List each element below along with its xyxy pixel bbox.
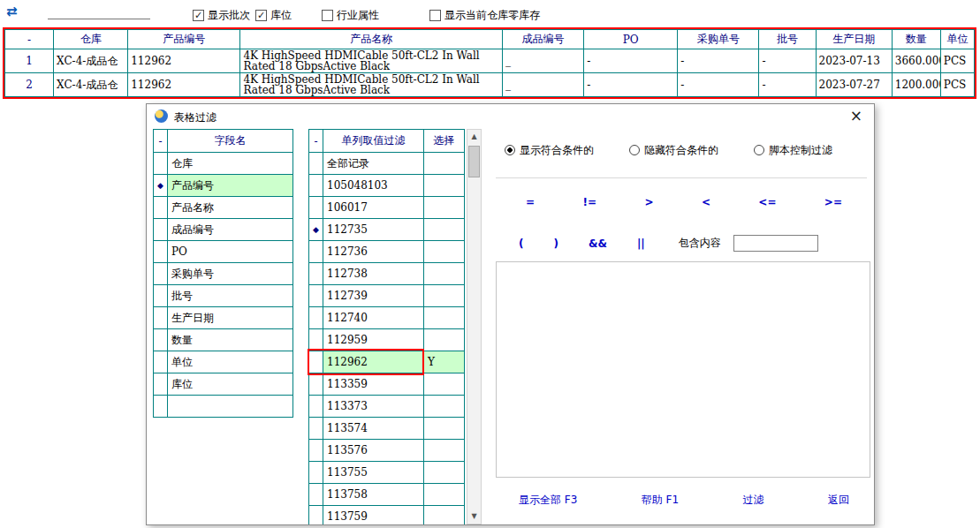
main-table-col-header[interactable]: 数量 [892,30,940,49]
value-select-cell[interactable] [424,484,465,506]
radio-icon[interactable] [754,145,764,155]
filter-expression-area[interactable] [496,261,870,478]
filter-radio-2[interactable]: 脚本控制过滤 [754,143,832,158]
value-select-cell[interactable] [424,440,465,462]
dialog-button-0[interactable]: 显示全部 F3 [519,493,577,508]
value-select-cell[interactable] [424,263,465,285]
value-cell[interactable]: 113759 [323,506,424,526]
value-cell[interactable]: 105048103 [323,175,424,197]
scroll-down-icon[interactable]: ▼ [467,509,481,524]
value-row[interactable]: 113758 [309,484,465,506]
value-cell[interactable]: 113758 [323,484,424,506]
value-select-cell[interactable] [424,285,465,307]
field-row[interactable]: 成品编号 [154,219,293,241]
value-cell[interactable]: 112738 [323,263,424,285]
toolbar-checkbox-2[interactable]: 行业属性 [322,8,379,23]
value-select-cell[interactable] [424,418,465,440]
dialog-button-1[interactable]: 帮助 F1 [642,493,679,508]
field-name-cell[interactable]: 产品名称 [168,197,293,219]
value-select-cell[interactable] [424,307,465,329]
field-row[interactable]: 仓库 [154,153,293,175]
toolbar-checkbox-3[interactable]: 显示当前仓库零库存 [429,8,540,23]
value-cell[interactable]: 112735 [323,219,424,241]
scroll-up-icon[interactable]: ▲ [467,130,481,144]
field-name-cell[interactable]: 批号 [168,285,293,307]
value-select-cell[interactable] [424,462,465,484]
main-table-row[interactable]: 2XC-4-成品仓1129624K HighSpeed HDMICable 50… [5,73,975,97]
value-row[interactable]: 全部记录 [309,153,465,175]
main-table-row[interactable]: 1XC-4-成品仓1129624K HighSpeed HDMICable 50… [5,49,975,73]
main-table-col-header[interactable]: 仓库 [54,30,128,49]
values-scrollbar[interactable]: ▲ ▼ [467,129,482,524]
value-row[interactable]: 113373 [309,396,465,418]
value-row[interactable]: 112959 [309,329,465,351]
value-select-cell[interactable] [424,219,465,241]
main-table-col-header[interactable]: 成品编号 [502,30,583,49]
field-row[interactable]: ◆产品编号 [154,175,293,197]
operator-button[interactable]: != [582,196,596,208]
operator-button[interactable]: <= [758,196,776,208]
value-cell[interactable]: 113574 [323,418,424,440]
filter-radio-1[interactable]: 隐藏符合条件的 [629,143,718,158]
main-table-col-header[interactable]: 产品名称 [240,30,503,49]
operator-button[interactable]: < [702,196,710,208]
value-cell[interactable]: 112739 [323,285,424,307]
checkbox-icon[interactable] [429,10,441,21]
value-row[interactable]: 113576 [309,440,465,462]
main-table-col-header[interactable]: - [5,30,54,49]
value-row[interactable]: 106017 [309,197,465,219]
value-row[interactable]: 112736 [309,241,465,263]
fields-name-header[interactable]: 字段名 [168,130,293,153]
value-cell[interactable]: 113359 [323,373,424,396]
value-cell[interactable]: 112740 [323,307,424,329]
radio-icon[interactable] [505,145,515,155]
value-row[interactable]: 112738 [309,263,465,285]
field-name-cell[interactable]: 仓库 [168,153,293,175]
field-name-cell[interactable]: PO [168,241,293,263]
checkbox-icon[interactable] [322,10,333,21]
value-row[interactable]: 113755 [309,462,465,484]
toolbar-search-input[interactable] [48,4,150,19]
operator-button[interactable]: = [526,196,535,208]
contains-input[interactable] [733,235,818,252]
values-select-header[interactable]: 选择 [424,130,465,153]
value-row[interactable]: 113759 [309,506,465,526]
value-select-cell[interactable] [424,241,465,263]
value-select-cell[interactable] [424,506,465,526]
value-row[interactable]: 113574 [309,418,465,440]
field-row[interactable]: 产品名称 [154,197,293,219]
value-row[interactable]: 105048103 [309,175,465,197]
value-row[interactable]: 112962Y [309,351,465,373]
field-name-cell[interactable]: 采购单号 [168,263,293,285]
toolbar-checkbox-0[interactable]: ✓显示批次 [193,8,250,23]
value-cell[interactable]: 112736 [323,241,424,263]
field-row[interactable]: 单位 [154,351,293,373]
main-table-col-header[interactable]: 生产日期 [816,30,892,49]
value-row[interactable]: 112739 [309,285,465,307]
field-name-cell[interactable]: 库位 [168,373,293,396]
main-table-col-header[interactable]: 产品编号 [128,30,240,49]
dialog-button-2[interactable]: 过滤 [743,493,764,508]
value-row[interactable]: 112740 [309,307,465,329]
value-row[interactable]: 113359 [309,373,465,396]
value-select-cell[interactable] [424,175,465,197]
field-row[interactable]: 批号 [154,285,293,307]
value-select-cell[interactable] [424,197,465,219]
value-row[interactable]: ◆112735 [309,219,465,241]
field-row[interactable] [154,396,293,418]
value-select-cell[interactable] [424,329,465,351]
toolbar-checkbox-1[interactable]: ✓库位 [255,8,292,23]
main-table-col-header[interactable]: 采购单号 [678,30,759,49]
main-table-col-header[interactable]: PO [584,30,678,49]
value-cell[interactable]: 113373 [323,396,424,418]
field-name-cell[interactable] [168,396,293,418]
operator-button[interactable]: && [589,238,607,250]
field-row[interactable]: 数量 [154,329,293,351]
main-table-col-header[interactable]: 单位 [940,30,974,49]
swap-icon[interactable]: ⇄ [6,4,18,19]
field-name-cell[interactable]: 成品编号 [168,219,293,241]
value-cell[interactable]: 全部记录 [323,153,424,175]
dialog-button-3[interactable]: 返回 [828,493,849,508]
field-row[interactable]: PO [154,241,293,263]
field-name-cell[interactable]: 产品编号 [168,175,293,197]
